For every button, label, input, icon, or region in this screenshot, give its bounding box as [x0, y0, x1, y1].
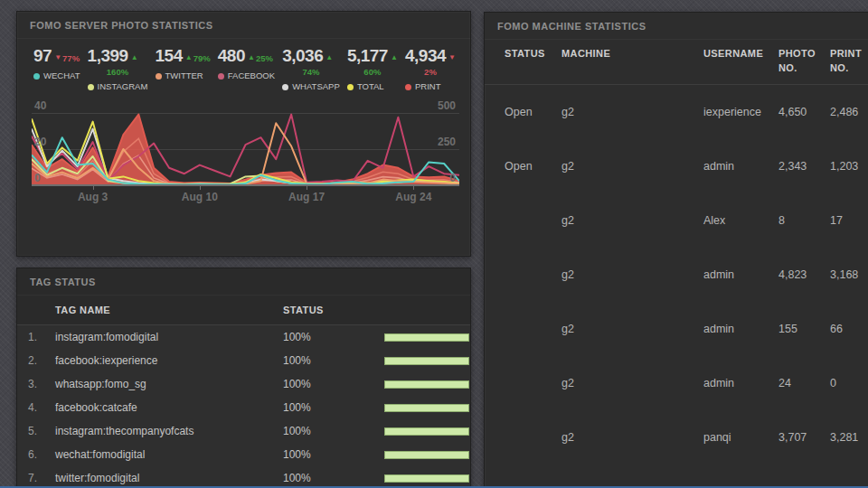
- machine-photo-no: 2,343: [778, 160, 830, 173]
- tag-progress-bar: [384, 333, 469, 342]
- tag-status-percent: 100%: [283, 378, 384, 390]
- legend-item-whatsapp: WHATSAPP: [282, 81, 340, 91]
- tag-progress-bar: [384, 404, 469, 412]
- stat-percent: 160%: [88, 67, 148, 77]
- x-axis-tick: [93, 186, 94, 190]
- machine-print-no: 2,486: [830, 106, 868, 118]
- stat-value-row: 97▼77%: [33, 46, 80, 66]
- chart-plot: [32, 106, 459, 185]
- stat-number: 1,399: [88, 46, 128, 65]
- tag-progress-bar: [384, 357, 469, 365]
- trend-up-icon: ▲: [185, 53, 193, 61]
- machine-name: g2: [561, 431, 703, 444]
- tag-table-body[interactable]: 1.instagram:fomodigital100%2.facebook:ie…: [17, 325, 470, 488]
- machine-photo-no: 24: [778, 377, 830, 389]
- x-axis-label: Aug 17: [288, 191, 325, 203]
- tag-status-percent: 100%: [283, 425, 384, 437]
- machine-name: g2: [561, 323, 703, 335]
- legend-item-twitter: TWITTER: [156, 70, 211, 80]
- trend-down-icon: ▼: [54, 53, 61, 61]
- machine-username: iexperience: [703, 106, 778, 118]
- photo-statistics-chart: 402005002500Aug 3Aug 10Aug 17Aug 24: [32, 106, 459, 212]
- stats-legend-row: 97▼77%WECHAT1,399▲160%INSTAGRAM154▲79%TW…: [17, 39, 470, 91]
- stat-value-row: 480▲25%: [218, 46, 275, 66]
- machine-username: admin: [703, 268, 778, 281]
- column-header-machine: MACHINE: [561, 47, 703, 76]
- stat-number: 480: [218, 46, 245, 65]
- machine-print-no: 0: [830, 377, 868, 389]
- tag-rank: 4.: [28, 401, 55, 414]
- machine-name: g2: [561, 268, 703, 281]
- stat-number: 4,934: [405, 46, 446, 65]
- column-header-username: USERNAME: [703, 47, 778, 76]
- legend-label: WHATSAPP: [292, 81, 340, 91]
- y-axis-left-label: 20: [34, 136, 46, 148]
- machine-row: g2panqi3,7073,281: [485, 410, 868, 465]
- machine-row: Openg2admin2,3431,203: [485, 139, 868, 193]
- legend-item-total: TOTAL: [347, 81, 398, 91]
- machine-photo-no: 155: [778, 323, 830, 335]
- stat-instagram: 1,399▲160%INSTAGRAM: [88, 46, 148, 91]
- legend-label: TWITTER: [165, 70, 203, 80]
- x-axis-label: Aug 3: [78, 191, 108, 203]
- tag-progress-bar: [384, 427, 469, 436]
- y-axis-right-label: 250: [438, 136, 456, 148]
- column-header-tag-name: TAG NAME: [55, 305, 283, 315]
- tag-status-percent: 100%: [283, 354, 384, 367]
- machine-username: Alex: [703, 214, 778, 227]
- machine-print-no: 3,168: [830, 268, 868, 281]
- machine-table-header: STATUSMACHINEUSERNAMEPHOTO NO.PRINT NO.: [485, 40, 868, 85]
- column-header-status: STATUS: [505, 47, 561, 76]
- tag-progress-fill: [384, 333, 469, 342]
- photo-statistics-panel: FOMO SERVER PHOTO STATISTICS 97▼77%WECHA…: [16, 11, 471, 257]
- tag-progress-fill: [384, 357, 469, 365]
- machine-statistics-panel: FOMO MACHINE STATISTICS STATUSMACHINEUSE…: [484, 12, 868, 488]
- tag-name: instagram:fomodigital: [55, 331, 283, 343]
- tag-progress-bar: [384, 474, 469, 483]
- stat-percent: 74%: [282, 67, 340, 77]
- tag-name: whatsapp:fomo_sg: [55, 378, 283, 390]
- tag-name: twitter:fomodigital: [55, 472, 283, 484]
- x-axis-tick: [200, 186, 201, 190]
- legend-item-wechat: WECHAT: [33, 70, 80, 80]
- machine-photo-no: 4,650: [778, 106, 830, 118]
- machine-username: admin: [703, 377, 778, 389]
- tag-rank: 7.: [28, 472, 55, 484]
- stat-percent: 25%: [256, 53, 273, 63]
- tag-progress-fill: [384, 451, 469, 459]
- tag-row: 7.twitter:fomodigital100%: [17, 466, 470, 488]
- legend-dot-icon: [405, 84, 411, 90]
- y-axis-right-label: 0: [449, 172, 456, 184]
- legend-label: WECHAT: [43, 70, 80, 80]
- tag-progress-bar: [384, 451, 469, 459]
- machine-statistics-title: FOMO MACHINE STATISTICS: [485, 13, 868, 40]
- machine-name: g2: [561, 214, 703, 227]
- dashboard: { "colors": { "up_green": "#3f9f3e", "do…: [0, 0, 868, 488]
- tag-progress-fill: [384, 380, 469, 389]
- machine-username: panqi: [703, 431, 778, 444]
- x-axis-label: Aug 24: [395, 191, 431, 203]
- tag-progress-fill: [384, 404, 469, 412]
- legend-dot-icon: [33, 73, 40, 80]
- trend-up-icon: ▲: [248, 53, 255, 61]
- tag-name: instagram:thecompanyofcats: [55, 425, 283, 437]
- machine-print-no: 3,281: [830, 431, 868, 444]
- stat-value-row: 154▲79%: [156, 46, 211, 66]
- stat-value-row: 1,399▲: [88, 46, 148, 66]
- machine-row: g2admin240: [485, 356, 868, 410]
- tag-rank: 3.: [28, 378, 55, 390]
- x-axis-tick: [307, 186, 307, 190]
- column-header-photo-no: PHOTO NO.: [778, 47, 830, 76]
- tag-name: wechat:fomodigital: [55, 448, 283, 461]
- column-header-status: STATUS: [283, 305, 384, 315]
- machine-table-body[interactable]: Openg2iexperience4,6502,486Openg2admin2,…: [485, 85, 868, 465]
- tag-row: 4.facebook:catcafe100%: [17, 396, 470, 419]
- machine-row: g2Alex817: [485, 193, 868, 248]
- stat-number: 154: [156, 46, 183, 65]
- tag-rank: 1.: [28, 331, 55, 343]
- legend-item-facebook: FACEBOOK: [218, 70, 275, 80]
- legend-label: FACEBOOK: [228, 70, 275, 80]
- stat-value-row: 5,177▲: [347, 46, 398, 66]
- column-header-print-no: PRINT NO.: [830, 47, 868, 76]
- stat-facebook: 480▲25%FACEBOOK: [218, 46, 275, 91]
